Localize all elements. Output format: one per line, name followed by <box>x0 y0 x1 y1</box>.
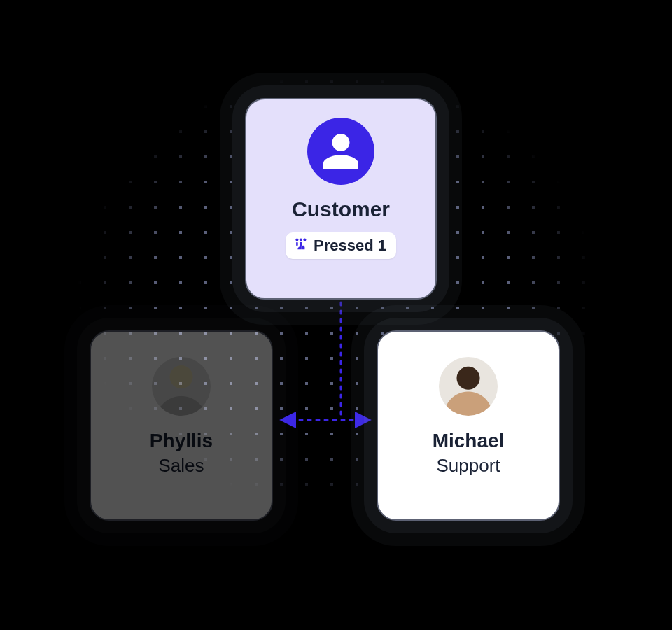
connector-lines <box>0 0 672 630</box>
agent-card-phyllis[interactable]: Phyllis Sales <box>90 330 273 521</box>
menu-press-icon <box>293 237 308 255</box>
svg-point-4 <box>303 239 306 241</box>
agent-card-michael[interactable]: Michael Support <box>377 330 560 521</box>
svg-rect-5 <box>296 242 298 246</box>
agent-name: Phyllis <box>150 430 213 452</box>
customer-card[interactable]: Customer Pressed 1 <box>245 98 437 300</box>
agent-name: Michael <box>433 430 505 452</box>
svg-point-2 <box>295 239 298 241</box>
diagram-canvas: Customer Pressed 1 Phyllis Sales <box>0 0 672 630</box>
svg-rect-6 <box>300 242 302 246</box>
badge-label: Pressed 1 <box>314 237 386 255</box>
person-icon <box>307 118 374 185</box>
pressed-badge: Pressed 1 <box>286 232 396 259</box>
customer-title: Customer <box>292 197 390 221</box>
avatar <box>152 357 211 416</box>
svg-point-3 <box>300 239 302 241</box>
agent-role: Support <box>436 455 500 477</box>
agent-role: Sales <box>158 455 204 477</box>
avatar <box>439 357 498 416</box>
